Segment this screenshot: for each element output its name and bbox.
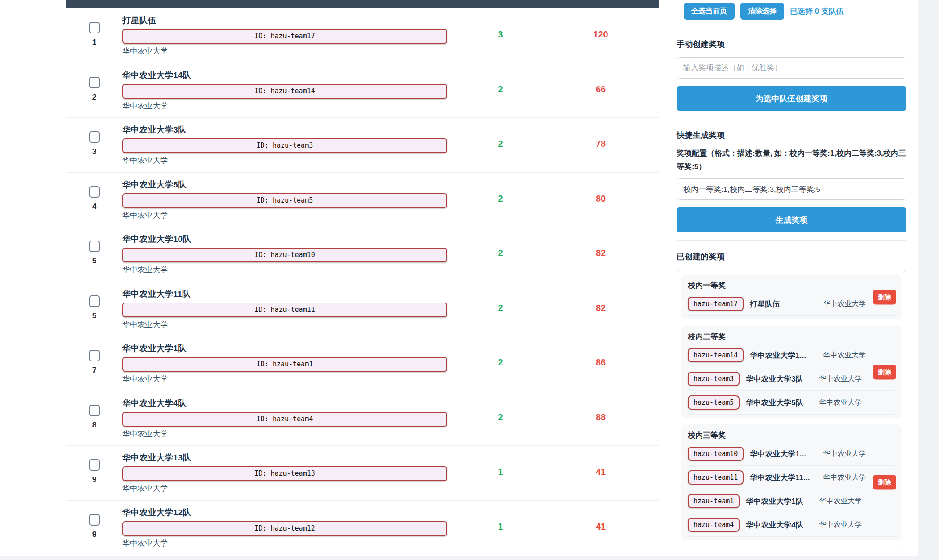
rank-number: 2 bbox=[92, 93, 96, 102]
select-cell: 1 bbox=[66, 8, 122, 63]
rank-number: 5 bbox=[92, 311, 96, 320]
award-config-input[interactable] bbox=[677, 178, 906, 200]
award-config-label: 奖项配置（格式：描述:数量, 如：校内一等奖:1,校内二等奖:3,校内三等奖:5… bbox=[677, 147, 906, 174]
row-checkbox[interactable] bbox=[89, 295, 100, 307]
award-team-university: 华中农业大学 bbox=[823, 351, 866, 360]
team-cell: 华中农业大学11队 ID: hazu-team11 华中农业大学 bbox=[122, 282, 451, 336]
award-team-university: 华中农业大学 bbox=[823, 449, 866, 459]
team-id-badge: ID: hazu-team10 bbox=[122, 248, 447, 262]
manual-create-heading: 手动创建奖项 bbox=[677, 39, 906, 50]
select-cell: 9 bbox=[66, 501, 122, 555]
rank-number: 8 bbox=[92, 421, 96, 430]
rank-number: 5 bbox=[92, 257, 96, 265]
team-university: 华中农业大学 bbox=[122, 484, 451, 494]
row-checkbox[interactable] bbox=[89, 405, 100, 416]
award-team-id-badge: hazu-team11 bbox=[688, 470, 744, 485]
select-cell: 4 bbox=[66, 173, 122, 227]
award-team-name: 打星队伍 bbox=[750, 299, 817, 309]
solved-count: 2 bbox=[451, 336, 549, 391]
award-team-id-badge: hazu-team17 bbox=[688, 297, 744, 311]
award-team-row: hazu-team4 华中农业大学4队 华中农业大学 bbox=[688, 513, 895, 537]
row-checkbox[interactable] bbox=[89, 131, 100, 143]
clear-selection-button[interactable]: 清除选择 bbox=[740, 3, 784, 20]
table-body: 1 打星队伍 ID: hazu-team17 华中农业大学 3 120 2 华中… bbox=[66, 8, 659, 555]
score-value: 78 bbox=[549, 118, 652, 172]
award-team-row: hazu-team11 华中农业大学11... 华中农业大学 bbox=[688, 466, 895, 489]
page: 1 打星队伍 ID: hazu-team17 华中农业大学 3 120 2 华中… bbox=[0, 0, 939, 560]
delete-award-button[interactable]: 删除 bbox=[873, 365, 896, 379]
rank-number: 9 bbox=[92, 530, 96, 539]
score-value: 41 bbox=[549, 501, 652, 555]
row-checkbox[interactable] bbox=[89, 514, 100, 526]
team-name: 华中农业大学4队 bbox=[122, 398, 451, 409]
row-checkbox[interactable] bbox=[89, 77, 100, 88]
rank-number: 3 bbox=[92, 147, 96, 156]
team-id-badge: ID: hazu-team17 bbox=[122, 29, 447, 44]
row-checkbox[interactable] bbox=[89, 22, 100, 33]
team-university: 华中农业大学 bbox=[122, 374, 451, 384]
award-title: 校内一等奖 bbox=[688, 280, 895, 290]
award-team-name: 华中农业大学11... bbox=[750, 473, 817, 483]
table-header-bar bbox=[66, 0, 659, 8]
award-team-row: hazu-team14 华中农业大学1... 华中农业大学 bbox=[688, 344, 895, 367]
award-group: 校内三等奖 hazu-team10 华中农业大学1... 华中农业大学 hazu… bbox=[681, 424, 902, 540]
select-cell: 9 bbox=[66, 446, 122, 500]
solved-count: 2 bbox=[451, 391, 549, 446]
row-checkbox[interactable] bbox=[89, 186, 100, 198]
award-description-input[interactable] bbox=[677, 57, 906, 79]
award-team-university: 华中农业大学 bbox=[819, 398, 862, 407]
solved-count: 1 bbox=[451, 446, 549, 500]
award-team-row: hazu-team3 华中农业大学3队 华中农业大学 bbox=[688, 367, 895, 391]
team-cell: 华中农业大学4队 ID: hazu-team4 华中农业大学 bbox=[122, 391, 451, 446]
team-name: 华中农业大学10队 bbox=[122, 234, 451, 245]
solved-count: 2 bbox=[451, 282, 549, 336]
score-value: 120 bbox=[549, 8, 652, 63]
solved-count: 2 bbox=[451, 63, 549, 118]
award-team-id-badge: hzau-team1 bbox=[688, 494, 740, 508]
award-team-university: 华中农业大学 bbox=[823, 473, 866, 482]
generate-awards-button[interactable]: 生成奖项 bbox=[677, 207, 906, 232]
team-id-badge: ID: hazu-team5 bbox=[122, 193, 447, 208]
select-cell: 5 bbox=[66, 282, 122, 336]
team-name: 华中农业大学11队 bbox=[122, 289, 451, 299]
table-row: 5 华中农业大学11队 ID: hazu-team11 华中农业大学 2 82 bbox=[66, 282, 659, 337]
delete-award-button[interactable]: 删除 bbox=[873, 475, 896, 490]
score-value: 82 bbox=[549, 282, 652, 336]
table-row: 5 华中农业大学10队 ID: hazu-team10 华中农业大学 2 82 bbox=[66, 227, 659, 282]
create-award-for-selected-button[interactable]: 为选中队伍创建奖项 bbox=[677, 86, 906, 111]
team-university: 华中农业大学 bbox=[122, 539, 451, 548]
award-team-id-badge: hazu-team5 bbox=[688, 395, 740, 410]
rank-number: 1 bbox=[92, 38, 96, 47]
award-team-list: hazu-team17 打星队伍 华中农业大学 bbox=[688, 292, 895, 316]
award-team-name: 华中农业大学1... bbox=[750, 350, 817, 361]
row-checkbox[interactable] bbox=[89, 459, 100, 471]
team-id-badge: ID: hazu-team11 bbox=[122, 303, 447, 317]
team-cell: 华中农业大学14队 ID: hazu-team14 华中农业大学 bbox=[122, 63, 451, 118]
team-ranking-table: 1 打星队伍 ID: hazu-team17 华中农业大学 3 120 2 华中… bbox=[66, 0, 659, 556]
team-cell: 华中农业大学12队 ID: hazu-team12 华中农业大学 bbox=[122, 501, 451, 555]
table-row: 1 打星队伍 ID: hazu-team17 华中农业大学 3 120 bbox=[66, 8, 659, 63]
team-id-badge: ID: hzau-team1 bbox=[122, 357, 447, 372]
delete-award-button[interactable]: 删除 bbox=[873, 290, 896, 304]
award-team-university: 华中农业大学 bbox=[819, 497, 862, 506]
select-cell: 3 bbox=[66, 118, 122, 172]
score-value: 41 bbox=[549, 446, 652, 500]
created-awards-heading: 已创建的奖项 bbox=[677, 251, 906, 262]
row-checkbox[interactable] bbox=[89, 241, 100, 252]
created-awards-card: 校内一等奖 hazu-team17 打星队伍 华中农业大学 删除 校内二等奖 h… bbox=[677, 270, 906, 545]
row-checkbox[interactable] bbox=[89, 350, 100, 361]
team-id-badge: ID: hazu-team4 bbox=[122, 412, 447, 427]
team-name: 华中农业大学14队 bbox=[122, 70, 451, 81]
team-name: 华中农业大学5队 bbox=[122, 179, 451, 190]
rank-number: 7 bbox=[92, 366, 96, 375]
award-team-id-badge: hazu-team3 bbox=[688, 372, 740, 386]
select-all-page-button[interactable]: 全选当前页 bbox=[684, 3, 735, 20]
table-row: 7 华中农业大学1队 ID: hzau-team1 华中农业大学 2 86 bbox=[66, 336, 659, 391]
team-name: 华中农业大学12队 bbox=[122, 507, 451, 518]
award-group: 校内二等奖 hazu-team14 华中农业大学1... 华中农业大学 hazu… bbox=[681, 326, 902, 418]
award-team-name: 华中农业大学1队 bbox=[746, 496, 813, 506]
solved-count: 1 bbox=[451, 501, 549, 555]
team-cell: 华中农业大学5队 ID: hazu-team5 华中农业大学 bbox=[122, 173, 451, 227]
table-row: 2 华中农业大学14队 ID: hazu-team14 华中农业大学 2 66 bbox=[66, 63, 659, 118]
select-cell: 5 bbox=[66, 227, 122, 282]
